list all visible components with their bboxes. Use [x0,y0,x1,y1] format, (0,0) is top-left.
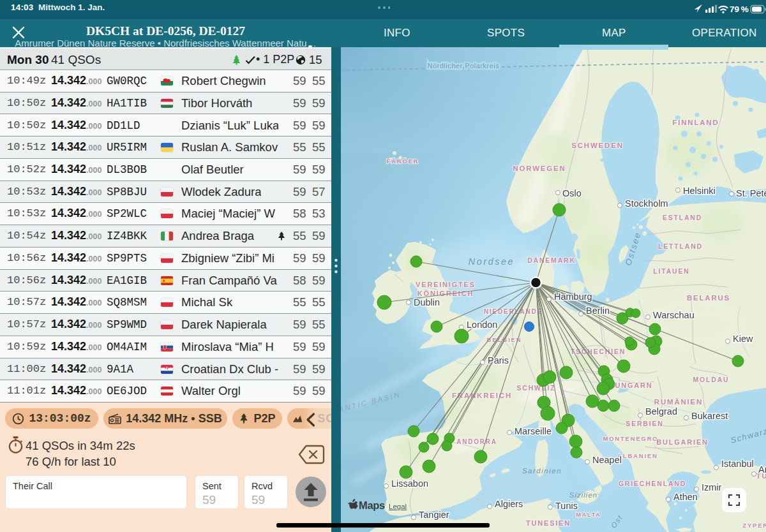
svg-text:VEREINIGTES: VEREINIGTES [416,281,476,288]
svg-text:SCHWEDEN: SCHWEDEN [571,142,624,149]
svg-text:Tangier: Tangier [419,510,449,520]
svg-text:ESTLAND: ESTLAND [663,214,702,221]
svg-text:MOLDAU: MOLDAU [693,376,730,383]
svg-text:FINNLAND: FINNLAND [672,119,719,126]
svg-text:LETTLAND: LETTLAND [658,242,703,250]
svg-text:Belgrad: Belgrad [645,406,677,417]
svg-text:RUMÄNIEN: RUMÄNIEN [654,398,703,406]
svg-text:TSCHECHIEN: TSCHECHIEN [571,348,626,355]
svg-text:Maps: Maps [359,499,385,511]
svg-text:KÖNIGREICH: KÖNIGREICH [417,290,474,297]
svg-text:Sardinien: Sardinien [522,467,562,475]
svg-text:DÄNEMARK: DÄNEMARK [527,256,576,264]
svg-text:UNGARN: UNGARN [615,381,652,389]
svg-text:Athen: Athen [673,492,698,502]
svg-text:79 %: 79 % [730,4,749,14]
svg-text:Marseille: Marseille [514,426,552,436]
svg-text:BELARUS: BELARUS [687,294,730,302]
svg-text:London: London [467,320,497,330]
svg-text:Izmir: Izmir [702,482,722,492]
svg-text:ANDORRA: ANDORRA [456,438,497,445]
svg-text:Dublin: Dublin [414,297,440,307]
svg-text:MALTA: MALTA [576,512,601,518]
svg-text:TUNESIEN: TUNESIEN [526,519,571,527]
svg-text:GRIECHENLAND: GRIECHENLAND [619,480,686,487]
svg-text:Algiers: Algiers [495,499,523,509]
svg-text:St. Petersbu: St. Petersbu [736,188,766,198]
svg-text:Berlin: Berlin [586,306,610,316]
svg-text:NORWEGEN: NORWEGEN [513,165,566,172]
svg-text:Paris: Paris [488,355,509,366]
svg-text:Hamburg: Hamburg [554,292,592,302]
svg-text:Nordsee: Nordsee [469,256,514,267]
svg-text:Nördlicher Polarkreis: Nördlicher Polarkreis [428,62,500,70]
svg-text:Lissabon: Lissabon [391,478,428,489]
svg-text:FÄRÖER: FÄRÖER [387,158,419,165]
svg-text:Istanbul: Istanbul [721,459,754,469]
svg-text:Stockholm: Stockholm [625,198,668,209]
svg-text:Neapel: Neapel [592,455,622,465]
svg-text:Helsinki: Helsinki [683,186,716,196]
svg-text:Oslo: Oslo [562,188,582,198]
svg-text:Bukarest: Bukarest [691,411,728,421]
svg-text:SCHWEIZ: SCHWEIZ [516,384,555,392]
svg-text:MONTENEGRO: MONTENEGRO [603,435,658,442]
svg-text:ALBANIEN: ALBANIEN [617,452,657,459]
svg-text:ZYPERN: ZYPERN [742,522,766,529]
svg-text:Tunis: Tunis [555,501,578,511]
svg-text:BULGARIEN: BULGARIEN [656,438,709,446]
svg-text:Kiew: Kiew [733,334,753,344]
svg-text:Sizilien: Sizilien [569,491,597,499]
svg-text:Ank: Ank [758,464,766,475]
svg-text:LITAUEN: LITAUEN [653,267,689,275]
svg-text:SERBIEN: SERBIEN [626,420,663,427]
svg-text:Warschau: Warschau [653,310,695,320]
